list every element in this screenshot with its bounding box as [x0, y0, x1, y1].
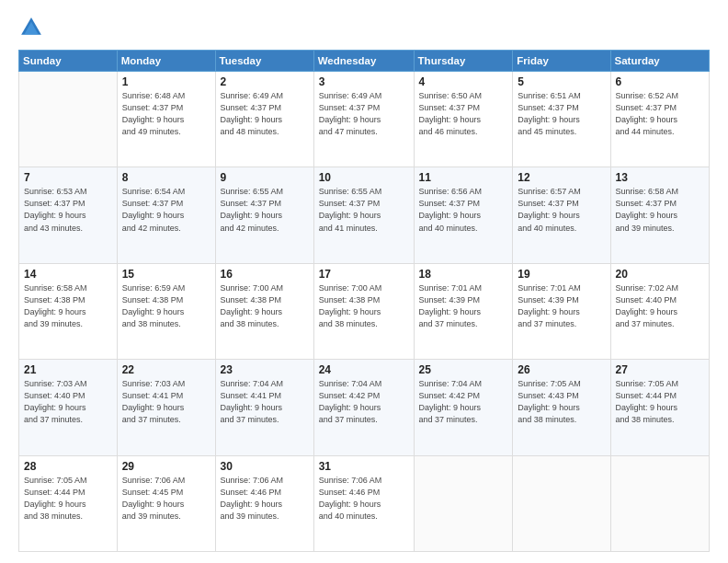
day-info-line: Daylight: 9 hours	[518, 307, 580, 316]
day-info-line: and 37 minutes.	[122, 415, 181, 424]
day-info-line: Daylight: 9 hours	[319, 115, 381, 124]
day-number: 6	[616, 75, 705, 88]
day-info-line: Sunrise: 6:48 AM	[122, 91, 186, 100]
day-info-line: Sunrise: 6:54 AM	[122, 187, 186, 196]
day-cell: 28Sunrise: 7:05 AMSunset: 4:44 PMDayligh…	[19, 455, 118, 551]
day-info-line: Daylight: 9 hours	[221, 115, 283, 124]
day-info-line: Sunset: 4:37 PM	[122, 199, 184, 208]
day-info-line: Sunset: 4:38 PM	[221, 295, 282, 304]
day-info-line: Daylight: 9 hours	[122, 307, 185, 316]
day-number: 22	[122, 363, 210, 376]
day-info-line: and 38 minutes.	[221, 319, 279, 328]
day-number: 29	[122, 460, 210, 473]
day-cell: 30Sunrise: 7:06 AMSunset: 4:46 PMDayligh…	[215, 455, 313, 551]
day-info-line: Sunset: 4:40 PM	[24, 391, 85, 400]
day-info-line: and 37 minutes.	[616, 319, 675, 328]
day-cell: 8Sunrise: 6:54 AMSunset: 4:37 PMDaylight…	[117, 167, 215, 263]
day-number: 30	[221, 460, 309, 473]
day-cell: 3Sunrise: 6:49 AMSunset: 4:37 PMDaylight…	[313, 72, 414, 167]
day-info-line: and 38 minutes.	[518, 415, 576, 424]
day-info: Sunrise: 6:55 AMSunset: 4:37 PMDaylight:…	[319, 186, 409, 234]
weekday-monday: Monday	[117, 51, 215, 72]
day-info-line: Daylight: 9 hours	[616, 115, 678, 124]
weekday-tuesday: Tuesday	[215, 51, 313, 72]
day-info: Sunrise: 6:49 AMSunset: 4:37 PMDaylight:…	[319, 90, 409, 138]
day-info-line: Sunrise: 6:57 AM	[518, 187, 581, 196]
day-info-line: Daylight: 9 hours	[419, 211, 482, 220]
logo	[18, 15, 48, 40]
day-info-line: Sunset: 4:37 PM	[24, 199, 85, 208]
day-info-line: Daylight: 9 hours	[122, 211, 185, 220]
day-info-line: Daylight: 9 hours	[221, 403, 283, 412]
day-info-line: Daylight: 9 hours	[24, 211, 86, 220]
day-info-line: and 42 minutes.	[122, 224, 181, 233]
day-info: Sunrise: 7:00 AMSunset: 4:38 PMDaylight:…	[319, 282, 409, 330]
day-number: 11	[419, 171, 508, 184]
day-info-line: Sunset: 4:37 PM	[616, 103, 677, 112]
day-info-line: Sunset: 4:37 PM	[518, 199, 579, 208]
day-info-line: Sunrise: 7:01 AM	[518, 283, 581, 293]
day-cell: 4Sunrise: 6:50 AMSunset: 4:37 PMDaylight…	[414, 72, 513, 167]
day-info-line: Sunrise: 7:00 AM	[221, 283, 284, 293]
week-row-1: 7Sunrise: 6:53 AMSunset: 4:37 PMDaylight…	[19, 167, 710, 263]
day-info-line: and 38 minutes.	[122, 319, 181, 328]
day-info-line: Sunset: 4:39 PM	[419, 295, 481, 304]
day-info-line: Sunset: 4:44 PM	[616, 391, 677, 400]
day-info-line: and 45 minutes.	[518, 127, 576, 136]
day-cell	[513, 455, 610, 551]
day-number: 25	[419, 363, 508, 376]
weekday-friday: Friday	[513, 51, 610, 72]
day-cell: 15Sunrise: 6:59 AMSunset: 4:38 PMDayligh…	[117, 263, 215, 359]
day-info-line: Sunset: 4:37 PM	[419, 199, 481, 208]
day-info-line: Daylight: 9 hours	[518, 403, 580, 412]
day-number: 4	[419, 75, 508, 88]
day-info-line: Sunrise: 6:56 AM	[419, 187, 483, 196]
calendar-table: SundayMondayTuesdayWednesdayThursdayFrid…	[18, 50, 710, 552]
week-row-2: 14Sunrise: 6:58 AMSunset: 4:38 PMDayligh…	[19, 263, 710, 359]
day-info-line: Sunset: 4:37 PM	[221, 103, 282, 112]
day-info-line: Sunset: 4:37 PM	[319, 103, 381, 112]
day-info-line: Sunset: 4:45 PM	[122, 488, 184, 497]
day-info-line: Sunrise: 7:02 AM	[616, 283, 679, 293]
day-info-line: Sunrise: 7:00 AM	[319, 283, 382, 293]
day-info-line: and 43 minutes.	[24, 224, 83, 233]
day-info-line: and 38 minutes.	[616, 415, 675, 424]
day-cell: 25Sunrise: 7:04 AMSunset: 4:42 PMDayligh…	[414, 360, 513, 455]
day-info: Sunrise: 7:05 AMSunset: 4:43 PMDaylight:…	[518, 378, 605, 426]
day-info-line: Daylight: 9 hours	[319, 211, 381, 220]
day-info-line: Sunset: 4:38 PM	[122, 295, 184, 304]
day-cell: 10Sunrise: 6:55 AMSunset: 4:37 PMDayligh…	[313, 167, 414, 263]
day-cell: 27Sunrise: 7:05 AMSunset: 4:44 PMDayligh…	[610, 360, 710, 455]
day-info-line: Sunset: 4:37 PM	[616, 199, 677, 208]
day-number: 21	[24, 363, 112, 376]
day-info-line: Sunset: 4:37 PM	[122, 103, 184, 112]
day-number: 20	[616, 268, 705, 281]
day-info-line: Sunset: 4:37 PM	[221, 199, 282, 208]
day-cell: 12Sunrise: 6:57 AMSunset: 4:37 PMDayligh…	[513, 167, 610, 263]
day-number: 5	[518, 75, 605, 88]
weekday-wednesday: Wednesday	[313, 51, 414, 72]
day-number: 3	[319, 75, 409, 88]
day-info-line: and 47 minutes.	[319, 127, 378, 136]
day-info-line: Daylight: 9 hours	[616, 403, 678, 412]
weekday-thursday: Thursday	[414, 51, 513, 72]
day-cell: 13Sunrise: 6:58 AMSunset: 4:37 PMDayligh…	[610, 167, 710, 263]
day-info-line: Daylight: 9 hours	[518, 211, 580, 220]
day-info-line: Daylight: 9 hours	[221, 307, 283, 316]
day-info-line: and 38 minutes.	[24, 511, 83, 521]
page: SundayMondayTuesdayWednesdayThursdayFrid…	[0, 0, 728, 563]
day-info-line: and 40 minutes.	[419, 224, 478, 233]
day-info-line: and 37 minutes.	[419, 319, 478, 328]
day-info: Sunrise: 6:51 AMSunset: 4:37 PMDaylight:…	[518, 90, 605, 138]
day-cell: 31Sunrise: 7:06 AMSunset: 4:46 PMDayligh…	[313, 455, 414, 551]
day-info-line: and 37 minutes.	[24, 415, 83, 424]
day-info-line: Sunrise: 7:06 AM	[122, 476, 186, 485]
day-info-line: Sunrise: 6:55 AM	[319, 187, 382, 196]
day-number: 26	[518, 363, 605, 376]
day-info: Sunrise: 7:06 AMSunset: 4:45 PMDaylight:…	[122, 475, 210, 523]
day-info-line: Sunrise: 6:52 AM	[616, 91, 679, 100]
day-info-line: and 39 minutes.	[24, 319, 83, 328]
day-info-line: Daylight: 9 hours	[24, 403, 86, 412]
day-info-line: Sunset: 4:41 PM	[122, 391, 184, 400]
weekday-saturday: Saturday	[610, 51, 710, 72]
